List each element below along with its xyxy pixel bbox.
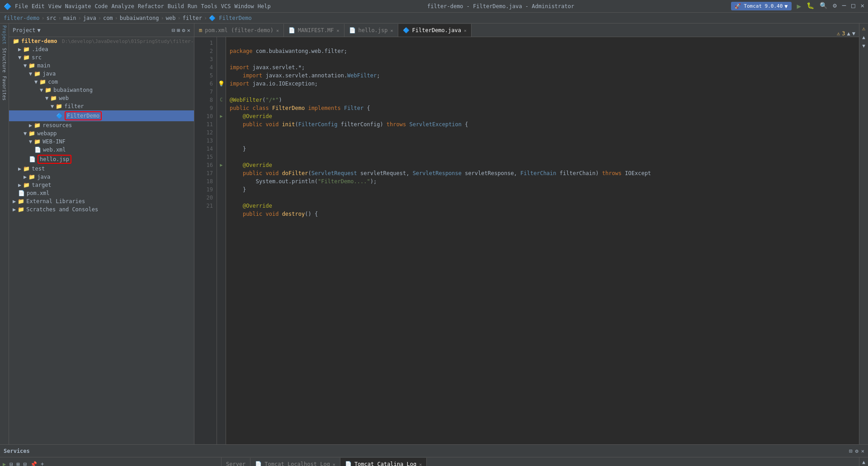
breadcrumb-item[interactable]: web <box>166 15 176 21</box>
settings-panel-icon[interactable]: ⚙ <box>855 448 859 454</box>
folder-icon: 📁 <box>28 130 35 137</box>
lightbulb-icon[interactable]: 💡 <box>218 80 225 88</box>
services-add-icon[interactable]: + <box>40 460 45 466</box>
tree-item-resources[interactable]: ▶ 📁 resources <box>9 121 194 129</box>
tab-hellojsp[interactable]: 📄 hello.jsp ✕ <box>344 24 398 37</box>
tree-item-test[interactable]: ▶ 📁 test <box>9 165 194 173</box>
tree-item-src[interactable]: ▼ 📁 src <box>9 53 194 62</box>
panel-expand-icon[interactable]: ⊞ <box>177 27 180 33</box>
output-tab-catalina[interactable]: 📄 Tomcat Catalina Log ✕ <box>340 458 427 466</box>
tree-item-com[interactable]: ▼ 📁 com <box>9 78 194 86</box>
tab-close[interactable]: ✕ <box>336 28 339 33</box>
run-button[interactable]: ▶ <box>797 2 802 10</box>
scroll-up-icon[interactable]: ▲ <box>862 459 865 465</box>
editor-area: m pom.xml (filter-demo) ✕ 📄 MANIFEST.MF … <box>194 24 859 444</box>
tab-close[interactable]: ✕ <box>276 28 279 33</box>
tree-item-external[interactable]: ▶ 📁 External Libraries <box>9 197 194 205</box>
menu-run[interactable]: Run <box>188 3 198 10</box>
menu-analyze[interactable]: Analyze <box>111 3 134 10</box>
services-group-icon[interactable]: ⊞ <box>15 460 20 466</box>
tab-close[interactable]: ✕ <box>333 462 335 466</box>
tree-item-target[interactable]: ▶ 📁 target <box>9 181 194 189</box>
breadcrumb-item[interactable]: bubaiwantong <box>120 15 159 21</box>
code-editor[interactable]: package com.bubaiwantong.web.filter; imp… <box>226 37 859 444</box>
scroll-up-icon[interactable]: ▲ <box>847 30 850 37</box>
panel-header: Project ▼ ⊟ ⊞ ⚙ ✕ <box>9 24 194 37</box>
maximize-panel-icon[interactable]: ⊡ <box>849 448 852 454</box>
tree-item-test-java[interactable]: ▶ 📁 java <box>9 173 194 181</box>
minimize-button[interactable]: ─ <box>842 2 846 10</box>
tab-close[interactable]: ✕ <box>464 28 467 33</box>
scroll-down-icon[interactable]: ▼ <box>852 30 855 37</box>
menu-refactor[interactable]: Refactor <box>138 3 164 10</box>
menu-file[interactable]: File <box>15 3 28 10</box>
output-tab-server[interactable]: Server <box>222 458 250 466</box>
tab-close[interactable]: ✕ <box>419 462 422 466</box>
menu-window[interactable]: Window <box>234 3 254 10</box>
tab-close[interactable]: ✕ <box>391 28 393 33</box>
tree-item-filter[interactable]: ▼ 📁 filter <box>9 102 194 110</box>
panel-hide-icon[interactable]: ✕ <box>187 27 190 33</box>
menu-vcs[interactable]: VCS <box>221 3 231 10</box>
breadcrumb-item[interactable]: main <box>63 15 76 21</box>
breadcrumb-item[interactable]: filter <box>183 15 202 21</box>
tab-icon: m <box>199 27 202 33</box>
tree-item-main[interactable]: ▼ 📁 main <box>9 62 194 70</box>
breadcrumb-item[interactable]: filter-demo <box>4 15 39 21</box>
breadcrumb-active[interactable]: 🔷 FilterDemo <box>209 15 251 21</box>
tree-item-java[interactable]: ▼ 📁 java <box>9 70 194 78</box>
close-panel-icon[interactable]: ✕ <box>861 448 864 454</box>
search-icon[interactable]: 🔍 <box>820 2 827 10</box>
run-gutter-icon[interactable]: ▶ <box>220 161 222 169</box>
gutter-line-9 <box>218 104 225 112</box>
tree-item-webxml[interactable]: 📄 web.xml <box>9 146 194 154</box>
structure-icon[interactable]: Structure <box>2 48 7 72</box>
gutter-line-7 <box>218 88 225 96</box>
tree-item-webinf[interactable]: ▼ 📁 WEB-INF <box>9 138 194 146</box>
menu-build[interactable]: Build <box>168 3 184 10</box>
favorites-icon[interactable]: Favorites <box>2 76 7 100</box>
breadcrumb-item[interactable]: com <box>103 15 113 21</box>
services-pin-icon[interactable]: 📌 <box>29 460 38 466</box>
menu-tools[interactable]: Tools <box>201 3 217 10</box>
menu-view[interactable]: View <box>48 3 61 10</box>
tree-item-hellojsp[interactable]: 📄 hello.jsp <box>9 154 194 165</box>
folder-icon: 📁 <box>23 166 30 172</box>
tab-pomxml[interactable]: m pom.xml (filter-demo) ✕ <box>194 24 284 37</box>
tree-item-idea[interactable]: ▶ 📁 .idea <box>9 45 194 53</box>
menu-edit[interactable]: Edit <box>32 3 45 10</box>
tree-item-pomxml[interactable]: 📄 pom.xml <box>9 189 194 197</box>
services-filter-icon[interactable]: ⊟ <box>23 460 28 466</box>
maximize-button[interactable]: □ <box>851 2 855 10</box>
menu-help[interactable]: Help <box>258 3 271 10</box>
scroll-right-down[interactable]: ▼ <box>862 43 865 49</box>
services-run-icon[interactable]: ▶ <box>2 460 7 466</box>
tree-item-web[interactable]: ▼ 📁 web <box>9 94 194 102</box>
breadcrumb-item[interactable]: src <box>47 15 57 21</box>
close-button[interactable]: ✕ <box>861 2 864 10</box>
right-sidebar: ⚠ ▲ ▼ <box>859 24 868 444</box>
tab-filterdemo[interactable]: 🔷 FilterDemo.java ✕ <box>398 24 472 37</box>
panel-collapse-icon[interactable]: ⊟ <box>172 27 175 33</box>
tree-item-bubaiwantong[interactable]: ▼ 📁 bubaiwantong <box>9 86 194 94</box>
breadcrumb-item[interactable]: java <box>83 15 96 21</box>
notifications-icon[interactable]: ⚠ <box>862 25 865 32</box>
menu-code[interactable]: Code <box>95 3 108 10</box>
menu-navigate[interactable]: Navigate <box>65 3 91 10</box>
settings-icon[interactable]: ⚙ <box>833 2 836 10</box>
tree-item-scratches[interactable]: ▶ 📁 Scratches and Consoles <box>9 205 194 214</box>
panel-dropdown-icon[interactable]: ▼ <box>38 27 41 33</box>
tree-item-filterdemo[interactable]: 🔷 FilterDemo <box>9 110 194 121</box>
run-config[interactable]: 🚀 Tomcat 9.0.40 ▼ <box>731 2 792 10</box>
scroll-right-up[interactable]: ▲ <box>862 34 865 40</box>
run-gutter-icon[interactable]: ▶ <box>220 112 222 120</box>
debug-button[interactable]: 🐛 <box>807 2 814 10</box>
tree-item-filter-demo[interactable]: 📁 filter-demo D:\develop\JavaDevelop\01S… <box>9 37 194 45</box>
tree-item-webapp[interactable]: ▼ 📁 webapp <box>9 129 194 138</box>
tab-manifest[interactable]: 📄 MANIFEST.MF ✕ <box>284 24 344 37</box>
panel-settings-icon[interactable]: ⚙ <box>182 27 185 33</box>
services-collapse-icon[interactable]: ⊟ <box>9 460 14 466</box>
project-icon[interactable]: Project <box>2 25 7 44</box>
output-tab-localhost[interactable]: 📄 Tomcat Localhost Log ✕ <box>250 458 340 466</box>
run-config-dropdown[interactable]: ▼ <box>784 3 788 10</box>
